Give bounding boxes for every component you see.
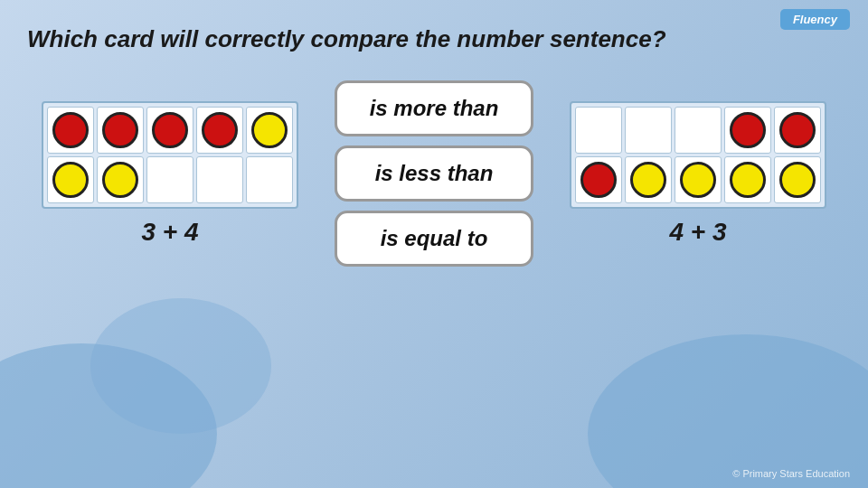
answer-card-more[interactable]: is more than (335, 80, 533, 136)
left-grid (42, 101, 298, 209)
right-equation-label: 4 + 3 (669, 218, 726, 247)
card-text-equal: is equal to (381, 226, 488, 250)
right-grid-cell (774, 107, 821, 154)
bg-decoration-3 (90, 298, 271, 434)
left-section: 3 + 4 (42, 101, 298, 247)
left-grid-cell (246, 156, 293, 203)
left-grid-cell (97, 156, 144, 203)
page-title: Which card will correctly compare the nu… (27, 25, 666, 53)
bg-decoration-2 (588, 334, 868, 488)
red-circle (152, 112, 188, 148)
cards-section: is more thanis less thanis equal to (335, 80, 533, 267)
left-grid-cell (146, 156, 193, 203)
content-area: 3 + 4 is more thanis less thanis equal t… (27, 80, 841, 267)
answer-card-equal[interactable]: is equal to (335, 211, 533, 267)
right-grid-cell (625, 107, 672, 154)
yellow-circle (680, 162, 716, 198)
answer-card-less[interactable]: is less than (335, 145, 533, 202)
red-circle (202, 112, 238, 148)
right-grid-cell (774, 156, 821, 203)
left-grid-cell (47, 156, 94, 203)
yellow-circle (251, 112, 288, 148)
right-grid-cell (675, 156, 722, 203)
card-text-less: is less than (375, 161, 494, 185)
right-grid-cell (625, 156, 672, 203)
right-grid (570, 101, 826, 209)
main-container: Fluency Which card will correctly compar… (0, 0, 868, 488)
left-grid-cell (97, 107, 144, 154)
left-grid-cell (246, 107, 293, 154)
card-text-more: is more than (370, 96, 499, 120)
red-circle (52, 112, 89, 148)
right-grid-cell (724, 107, 771, 154)
right-section: 4 + 3 (570, 101, 826, 247)
red-circle (102, 112, 138, 148)
right-grid-cell (575, 107, 622, 154)
copyright-label: © Primary Stars Education (732, 468, 850, 479)
left-grid-cell (196, 156, 243, 203)
red-circle (730, 112, 766, 148)
yellow-circle (52, 162, 89, 198)
red-circle (779, 112, 816, 148)
right-grid-cell (724, 156, 771, 203)
left-grid-cell (47, 107, 94, 154)
right-grid-cell (675, 107, 722, 154)
fluency-badge: Fluency (780, 9, 850, 30)
left-grid-cell (146, 107, 193, 154)
right-grid-cell (575, 156, 622, 203)
left-equation-label: 3 + 4 (141, 218, 198, 247)
yellow-circle (779, 162, 816, 198)
red-circle (580, 162, 617, 198)
left-grid-cell (196, 107, 243, 154)
yellow-circle (102, 162, 138, 198)
yellow-circle (630, 162, 666, 198)
yellow-circle (730, 162, 766, 198)
